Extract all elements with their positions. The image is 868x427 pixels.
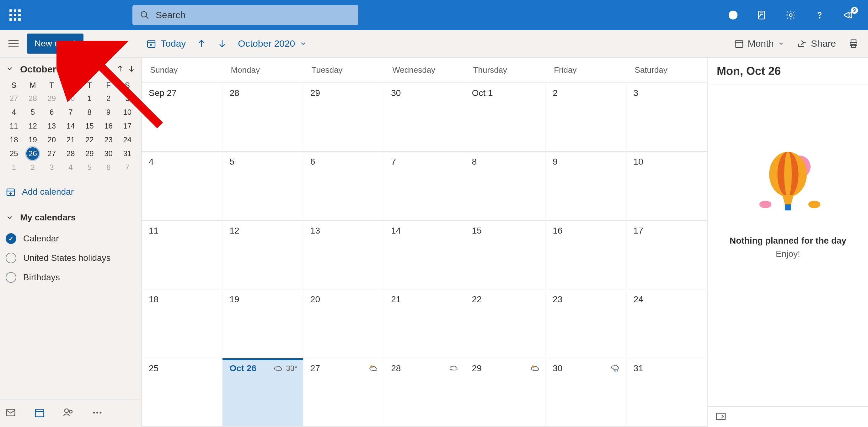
day-cell[interactable]: 23: [546, 289, 626, 357]
mini-day[interactable]: 30: [99, 147, 118, 161]
calendar-item[interactable]: United States holidays: [0, 248, 141, 268]
mini-day[interactable]: 18: [4, 133, 23, 147]
skype-button[interactable]: S: [719, 0, 747, 30]
mini-day[interactable]: 6: [42, 105, 61, 119]
mini-day[interactable]: 13: [42, 119, 61, 133]
month-picker[interactable]: October 2020: [238, 38, 307, 49]
mini-day[interactable]: 9: [99, 105, 118, 119]
mini-day[interactable]: 27: [4, 92, 23, 105]
mini-day[interactable]: 28: [23, 92, 42, 105]
day-cell[interactable]: 14: [384, 221, 465, 289]
next-month-button[interactable]: [217, 39, 227, 48]
day-cell[interactable]: 28: [384, 358, 465, 426]
day-cell[interactable]: Oct 2633°: [222, 358, 303, 426]
mini-day[interactable]: 31: [118, 147, 137, 161]
day-cell[interactable]: 28: [222, 83, 303, 151]
calendar-checkbox[interactable]: [6, 233, 16, 244]
day-cell[interactable]: 6: [304, 152, 384, 220]
my-calendars-toggle[interactable]: My calendars: [0, 206, 141, 229]
day-cell[interactable]: 17: [627, 221, 707, 289]
day-cell[interactable]: 3: [627, 83, 707, 151]
settings-button[interactable]: [776, 0, 805, 30]
day-cell[interactable]: 20: [304, 289, 384, 357]
mini-day[interactable]: 16: [99, 119, 118, 133]
help-button[interactable]: [805, 0, 834, 30]
mini-day[interactable]: 14: [61, 119, 80, 133]
mini-day[interactable]: 20: [42, 133, 61, 147]
search-box[interactable]: [132, 5, 359, 25]
mini-day[interactable]: 1: [80, 92, 99, 105]
day-cell[interactable]: 12: [222, 221, 303, 289]
mini-day[interactable]: 29: [42, 92, 61, 105]
mini-day[interactable]: 22: [80, 133, 99, 147]
add-calendar-button[interactable]: Add calendar: [0, 174, 141, 206]
day-cell[interactable]: 30: [384, 83, 465, 151]
day-cell[interactable]: 4: [142, 152, 222, 220]
mini-day[interactable]: 24: [118, 133, 137, 147]
calendar-checkbox[interactable]: [6, 253, 16, 263]
mini-day[interactable]: 30: [61, 92, 80, 105]
day-cell[interactable]: 10: [627, 152, 707, 220]
day-cell[interactable]: 29: [465, 358, 546, 426]
day-cell[interactable]: 25: [142, 358, 222, 426]
calendar-item[interactable]: Calendar: [0, 229, 141, 248]
day-cell[interactable]: 13: [304, 221, 384, 289]
mini-day[interactable]: 1: [4, 161, 23, 174]
mini-day[interactable]: 7: [61, 105, 80, 119]
calendar-button[interactable]: [34, 407, 45, 420]
mini-day[interactable]: 27: [42, 147, 61, 161]
day-cell[interactable]: 8: [465, 152, 546, 220]
mini-day[interactable]: 3: [118, 92, 137, 105]
day-cell[interactable]: 16: [546, 221, 626, 289]
day-cell[interactable]: 19: [222, 289, 303, 357]
mini-day[interactable]: 28: [61, 147, 80, 161]
mini-day[interactable]: 25: [4, 147, 23, 161]
day-cell[interactable]: 2: [546, 83, 626, 151]
mini-day[interactable]: 23: [99, 133, 118, 147]
mini-day[interactable]: 7: [118, 161, 137, 174]
my-day-button[interactable]: [747, 0, 776, 30]
day-cell[interactable]: 29: [304, 83, 384, 151]
panel-collapse-button[interactable]: [715, 412, 726, 422]
mini-prev-button[interactable]: [116, 65, 124, 74]
mini-day[interactable]: 17: [118, 119, 137, 133]
mini-calendar-collapse[interactable]: [6, 65, 14, 74]
nav-toggle-button[interactable]: [0, 30, 27, 57]
prev-month-button[interactable]: [196, 39, 207, 48]
mini-day[interactable]: 6: [99, 161, 118, 174]
mini-day[interactable]: 15: [80, 119, 99, 133]
day-cell[interactable]: 7: [384, 152, 465, 220]
mini-day[interactable]: 12: [23, 119, 42, 133]
more-button[interactable]: [92, 407, 103, 420]
mini-day[interactable]: 4: [61, 161, 80, 174]
people-button[interactable]: [63, 407, 74, 420]
mini-day[interactable]: 2: [23, 161, 42, 174]
mini-day[interactable]: 3: [42, 161, 61, 174]
day-cell[interactable]: 22: [465, 289, 546, 357]
day-cell[interactable]: 21: [384, 289, 465, 357]
day-cell[interactable]: Oct 1: [465, 83, 546, 151]
share-button[interactable]: Share: [797, 38, 836, 49]
mini-day[interactable]: 8: [80, 105, 99, 119]
mini-day[interactable]: 2: [99, 92, 118, 105]
app-launcher-button[interactable]: [0, 0, 30, 30]
day-cell[interactable]: 24: [627, 289, 707, 357]
mini-day[interactable]: 21: [61, 133, 80, 147]
day-cell[interactable]: 31: [627, 358, 707, 426]
day-cell[interactable]: 18: [142, 289, 222, 357]
mini-day[interactable]: 4: [4, 105, 23, 119]
notifications-button[interactable]: 9: [834, 0, 863, 30]
day-cell[interactable]: 5: [222, 152, 303, 220]
day-cell[interactable]: Sep 27: [142, 83, 222, 151]
mini-day[interactable]: 11: [4, 119, 23, 133]
new-event-button[interactable]: New event: [27, 34, 84, 54]
view-picker[interactable]: Month: [734, 38, 784, 49]
today-button[interactable]: Today: [146, 38, 186, 49]
mini-day[interactable]: 19: [23, 133, 42, 147]
mini-next-button[interactable]: [127, 65, 135, 74]
mini-day[interactable]: 5: [23, 105, 42, 119]
mini-day[interactable]: 29: [80, 147, 99, 161]
day-cell[interactable]: 30: [546, 358, 626, 426]
mini-day[interactable]: 5: [80, 161, 99, 174]
day-cell[interactable]: 27: [304, 358, 384, 426]
